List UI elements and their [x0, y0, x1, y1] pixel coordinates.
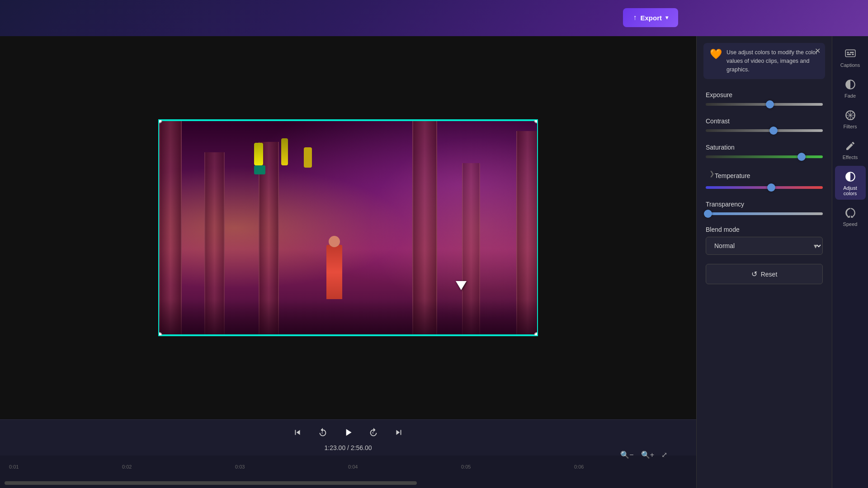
reset-button[interactable]: ↺ Reset [706, 264, 823, 284]
video-background [159, 120, 537, 335]
sidebar-item-captions[interactable]: Captions [835, 43, 866, 71]
temperature-slider[interactable] [706, 186, 823, 189]
filters-label: Filters [844, 124, 857, 129]
effects-icon [844, 140, 857, 152]
exposure-section: Exposure [697, 86, 832, 112]
ts-mark-2: 0:03 [235, 464, 348, 469]
transparency-label: Transparency [706, 201, 823, 208]
saturation-slider[interactable] [706, 155, 823, 158]
svg-text:5: 5 [372, 431, 373, 434]
hint-box: 🧡 Use adjust colors to modify the color … [703, 43, 825, 79]
playback-controls: 5 5 1:23.00 / 2:56.00 🔍− 🔍+ ⤢ [0, 419, 696, 455]
scrollbar-area[interactable] [0, 478, 696, 488]
icon-sidebar: Captions Fade Filters [832, 36, 868, 488]
temperature-row: ❯ Temperature [706, 170, 823, 182]
bottom-selection-line [159, 334, 537, 336]
captions-icon [844, 47, 857, 60]
hint-close-button[interactable]: ✕ [815, 47, 821, 55]
export-chevron-icon: ▾ [665, 14, 668, 21]
exposure-slider[interactable] [706, 103, 823, 106]
ts-mark-1: 0:02 [122, 464, 235, 469]
sidebar-item-effects[interactable]: Effects [835, 135, 866, 164]
temperature-section: ❯ Temperature [697, 164, 832, 195]
video-area: 5 5 1:23.00 / 2:56.00 🔍− 🔍+ ⤢ [0, 36, 696, 488]
contrast-section: Contrast [697, 112, 832, 138]
handle-bottom-right[interactable] [534, 332, 538, 336]
svg-text:5: 5 [321, 431, 323, 434]
temperature-collapse-icon[interactable]: ❯ [706, 170, 715, 182]
ts-mark-5: 0:06 [574, 464, 687, 469]
sidebar-item-speed[interactable]: Speed [835, 202, 866, 230]
play-pause-button[interactable] [340, 424, 356, 441]
svg-rect-4 [849, 52, 854, 53]
reset-label: Reset [761, 271, 778, 278]
contrast-label: Contrast [706, 117, 823, 125]
sidebar-item-adjust-colors[interactable]: Adjust colors [835, 166, 866, 200]
hint-emoji: 🧡 [710, 48, 722, 60]
reset-section: ↺ Reset [697, 259, 832, 289]
ts-mark-4: 0:05 [461, 464, 574, 469]
filters-icon [844, 109, 857, 122]
sidebar-item-fade[interactable]: Fade [835, 74, 866, 102]
export-label: Export [640, 14, 662, 22]
svg-rect-3 [847, 52, 849, 53]
blend-select-wrapper: Normal Multiply Screen Overlay Darken Li… [706, 237, 823, 255]
effects-label: Effects [843, 155, 858, 160]
svg-rect-2 [845, 50, 855, 56]
timeline: 0:01 0:02 0:03 0:04 0:05 0:06 [0, 455, 696, 478]
video-preview [158, 119, 538, 336]
ts-mark-3: 0:04 [348, 464, 461, 469]
timeline-timestamps: 0:01 0:02 0:03 0:04 0:05 0:06 [9, 464, 687, 469]
time-display: 1:23.00 / 2:56.00 [324, 444, 372, 451]
fade-label: Fade [844, 93, 856, 99]
hint-text: Use adjust colors to modify the color va… [726, 48, 819, 74]
top-bar: ↑ Export ▾ [0, 0, 868, 36]
video-container [0, 36, 696, 419]
blend-mode-select[interactable]: Normal Multiply Screen Overlay Darken Li… [706, 237, 823, 255]
speed-icon [844, 206, 857, 219]
scrollbar-thumb[interactable] [5, 481, 417, 485]
transparency-section: Transparency [697, 195, 832, 221]
temperature-label: Temperature [715, 172, 750, 179]
zoom-out-button[interactable]: 🔍− [618, 449, 635, 461]
expand-button[interactable]: ⤢ [660, 449, 669, 461]
svg-rect-6 [852, 54, 854, 55]
forward-5-button[interactable]: 5 [365, 424, 382, 441]
ts-mark-0: 0:01 [9, 464, 122, 469]
blend-mode-label: Blend mode [706, 226, 823, 233]
export-button[interactable]: ↑ Export ▾ [623, 8, 678, 27]
control-buttons-row: 5 5 [289, 424, 407, 441]
skip-forward-button[interactable] [391, 424, 407, 441]
adjust-colors-icon [844, 170, 857, 183]
sidebar-item-filters[interactable]: Filters [835, 104, 866, 133]
reset-icon: ↺ [751, 270, 757, 278]
zoom-controls: 🔍− 🔍+ ⤢ [618, 449, 669, 461]
transparency-slider[interactable] [706, 212, 823, 215]
saturation-label: Saturation [706, 144, 823, 151]
contrast-slider[interactable] [706, 129, 823, 132]
main-area: 5 5 1:23.00 / 2:56.00 🔍− 🔍+ ⤢ [0, 36, 868, 488]
right-panel: 🧡 Use adjust colors to modify the color … [696, 36, 868, 488]
svg-rect-5 [847, 54, 851, 55]
top-selection-line [159, 120, 537, 121]
rewind-5-button[interactable]: 5 [315, 424, 331, 441]
skip-back-button[interactable] [289, 424, 306, 441]
speed-label: Speed [843, 221, 858, 227]
adjust-colors-panel: 🧡 Use adjust colors to modify the color … [696, 36, 832, 488]
figure-head [329, 236, 340, 247]
adjust-colors-label: Adjust colors [837, 185, 864, 196]
exposure-label: Exposure [706, 91, 823, 99]
captions-label: Captions [840, 62, 860, 68]
zoom-in-button[interactable]: 🔍+ [639, 449, 656, 461]
blend-mode-section: Blend mode Normal Multiply Screen Overla… [697, 221, 832, 259]
fade-icon [844, 78, 857, 91]
export-up-icon: ↑ [633, 14, 637, 22]
figure [326, 245, 342, 299]
saturation-section: Saturation [697, 138, 832, 164]
